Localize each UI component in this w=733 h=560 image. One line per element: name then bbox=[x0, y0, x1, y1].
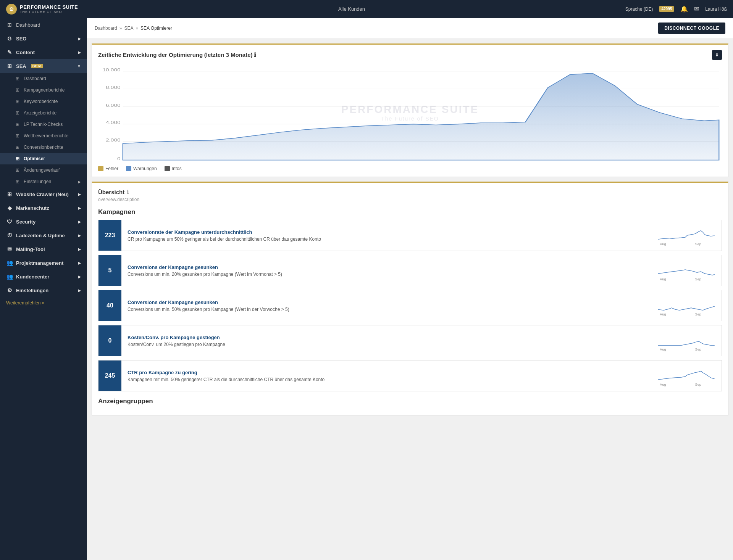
sidebar-recommend[interactable]: Weiterempfehlen » bbox=[0, 297, 87, 309]
campaign-chart-0: Aug Sep bbox=[653, 220, 722, 251]
sidebar-sub-conversionberichte[interactable]: ⊞ Conversionberichte bbox=[0, 142, 87, 153]
sidebar-label-content: Content bbox=[16, 50, 35, 55]
website-crawler-chevron: ▶ bbox=[78, 192, 81, 196]
sidebar-item-sea[interactable]: ⊞ SEA BETA ▼ bbox=[0, 59, 87, 73]
sidebar-sub-sea-einstellungen[interactable]: ⊞ Einstellungen ▶ bbox=[0, 176, 87, 187]
sidebar-item-mailing[interactable]: ✉ Mailing-Tool ▶ bbox=[0, 242, 87, 256]
campaign-card-3[interactable]: 0 Kosten/Conv. pro Kampagne gestiegen Ko… bbox=[98, 325, 722, 356]
campaign-desc-2: Conversions um min. 50% gesunken pro Kam… bbox=[128, 307, 647, 312]
sidebar-label-aenderungsverlauf: Änderungsverlauf bbox=[24, 167, 60, 173]
markenschutz-icon: ◆ bbox=[6, 205, 13, 211]
legend-infos-box bbox=[165, 166, 170, 171]
chart-info-icon[interactable]: ℹ bbox=[254, 51, 256, 58]
overview-description: overview.description bbox=[98, 197, 722, 202]
sidebar-item-security[interactable]: 🛡 Security ▶ bbox=[0, 215, 87, 229]
svg-text:Sep: Sep bbox=[695, 383, 701, 386]
ladezeiten-chevron: ▶ bbox=[78, 233, 81, 238]
svg-text:6.000: 6.000 bbox=[106, 103, 121, 108]
campaign-card-4[interactable]: 245 CTR pro Kampagne zu gering Kampagnen… bbox=[98, 360, 722, 391]
legend-infos: Infos bbox=[165, 166, 182, 171]
chart-subtitle: (letzten 3 Monate) bbox=[204, 51, 253, 58]
sidebar-item-ladezeiten[interactable]: ⏱ Ladezeiten & Uptime ▶ bbox=[0, 229, 87, 242]
breadcrumb-sea[interactable]: SEA bbox=[124, 26, 133, 31]
breadcrumb: Dashboard » SEA » SEA Optimierer bbox=[95, 26, 172, 31]
language-selector[interactable]: Sprache (DE) bbox=[625, 6, 653, 12]
content-icon: ✎ bbox=[6, 49, 13, 55]
lp-technik-icon: ⊞ bbox=[15, 122, 21, 127]
chart-svg: 0 2.000 4.000 6.000 8.000 10.000 bbox=[98, 63, 722, 162]
sidebar-label-mailing: Mailing-Tool bbox=[16, 246, 45, 252]
campaign-title-2: Conversions der Kampagne gesunken bbox=[128, 299, 647, 305]
logo-text-block: PerforMance Suite The Future of SEO bbox=[20, 4, 78, 14]
sidebar-sub-optimiser[interactable]: ⊞ Optimiser bbox=[0, 153, 87, 164]
sea-einstellungen-icon: ⊞ bbox=[15, 179, 21, 184]
svg-text:Aug: Aug bbox=[660, 348, 666, 351]
sidebar-sub-sea-dashboard[interactable]: ⊞ Dashboard bbox=[0, 73, 87, 84]
campaign-desc-0: CR pro Kampagne um 50% geringer als bei … bbox=[128, 237, 647, 242]
top-nav-right: Sprache (DE) 42095 🔔 ✉ Laura Höß bbox=[625, 5, 727, 13]
overview-header: Übersicht ℹ bbox=[98, 189, 722, 195]
overview-info-icon[interactable]: ℹ bbox=[127, 189, 129, 195]
legend-fehler-label: Fehler bbox=[105, 166, 118, 171]
security-chevron: ▶ bbox=[78, 220, 81, 224]
campaign-chart-2: Aug Sep bbox=[653, 290, 722, 321]
svg-text:8.000: 8.000 bbox=[106, 85, 121, 90]
einstellungen-icon: ⚙ bbox=[6, 287, 13, 293]
sidebar-sub-aenderungsverlauf[interactable]: ⊞ Änderungsverlauf bbox=[0, 164, 87, 176]
app-tagline: The Future of SEO bbox=[20, 10, 78, 14]
sidebar-label-kampagnenberichte: Kampagnenberichte bbox=[24, 87, 65, 93]
dashboard-icon: ⊞ bbox=[6, 22, 13, 28]
app-body: ⊞ Dashboard G SEO ▶ ✎ Content ▶ ⊞ SEA BE… bbox=[0, 18, 733, 560]
sidebar-sub-keywordberichte[interactable]: ⊞ Keywordberichte bbox=[0, 96, 87, 107]
keywordberichte-icon: ⊞ bbox=[15, 99, 21, 104]
sidebar-label-sea-dashboard: Dashboard bbox=[24, 76, 46, 81]
campaign-chart-4: Aug Sep bbox=[653, 360, 722, 391]
sidebar-item-einstellungen[interactable]: ⚙ Einstellungen ▶ bbox=[0, 283, 87, 297]
sidebar-label-security: Security bbox=[16, 219, 36, 225]
projektmanagement-chevron: ▶ bbox=[78, 261, 81, 265]
sidebar-sub-lp-technik[interactable]: ⊞ LP Technik-Checks bbox=[0, 119, 87, 130]
sidebar-item-kundencenter[interactable]: 👥 Kundencenter ▶ bbox=[0, 270, 87, 283]
campaign-card-1[interactable]: 5 Conversions der Kampagne gesunken Conv… bbox=[98, 255, 722, 286]
chart-title: Zeitliche Entwicklung der Optimierung bbox=[98, 51, 203, 58]
sidebar-sub-wettbewerber[interactable]: ⊞ Wettbewerberberichte bbox=[0, 130, 87, 142]
messages-icon[interactable]: ✉ bbox=[694, 5, 699, 13]
svg-text:0: 0 bbox=[117, 156, 121, 161]
campaign-card-0[interactable]: 223 Conversionrate der Kampagne unterdur… bbox=[98, 220, 722, 251]
seo-icon: G bbox=[6, 35, 13, 42]
username[interactable]: Laura Höß bbox=[705, 6, 727, 12]
sidebar-label-website-crawler: Website Crawler (Neu) bbox=[16, 191, 69, 197]
campaign-content-4: CTR pro Kampagne zu gering Kampagnen mit… bbox=[121, 365, 653, 387]
sidebar-label-wettbewerber: Wettbewerberberichte bbox=[24, 133, 68, 138]
campaign-chart-1: Aug Sep bbox=[653, 255, 722, 286]
sidebar-sub-anzeigeberichte[interactable]: ⊞ Anzeigeberichte bbox=[0, 107, 87, 119]
campaign-content-1: Conversions der Kampagne gesunken Conver… bbox=[121, 260, 653, 282]
mailing-icon: ✉ bbox=[6, 246, 13, 252]
sidebar-item-markenschutz[interactable]: ◆ Markenschutz ▶ bbox=[0, 201, 87, 215]
chart-download-button[interactable]: ⬇ bbox=[712, 50, 722, 60]
sidebar-sub-kampagnenberichte[interactable]: ⊞ Kampagnenberichte bbox=[0, 84, 87, 96]
sidebar-item-website-crawler[interactable]: ⊞ Website Crawler (Neu) ▶ bbox=[0, 187, 87, 201]
campaign-desc-4: Kampagnen mit min. 50% geringerer CTR al… bbox=[128, 377, 647, 382]
sidebar-item-dashboard[interactable]: ⊞ Dashboard bbox=[0, 18, 87, 32]
ladezeiten-icon: ⏱ bbox=[6, 232, 13, 238]
sidebar-item-content[interactable]: ✎ Content ▶ bbox=[0, 45, 87, 59]
optimiser-icon: ⊞ bbox=[15, 156, 21, 161]
chart-area: PerforMance Suite The Future of SEO 0 2.… bbox=[92, 63, 728, 162]
sidebar-item-seo[interactable]: G SEO ▶ bbox=[0, 32, 87, 45]
campaign-card-2[interactable]: 40 Conversions der Kampagne gesunken Con… bbox=[98, 290, 722, 321]
mini-chart-2: Aug Sep bbox=[656, 293, 718, 318]
main-content: Dashboard » SEA » SEA Optimierer DISCONN… bbox=[87, 18, 733, 560]
notification-badge[interactable]: 42095 bbox=[659, 6, 674, 12]
overview-title: Übersicht bbox=[98, 189, 124, 195]
notifications-icon[interactable]: 🔔 bbox=[680, 5, 688, 13]
chart-title-block: Zeitliche Entwicklung der Optimierung (l… bbox=[98, 51, 256, 58]
alle-kunden[interactable]: Alle Kunden bbox=[338, 6, 365, 12]
sidebar-item-projektmanagement[interactable]: 👥 Projektmanagement ▶ bbox=[0, 256, 87, 270]
breadcrumb-dashboard[interactable]: Dashboard bbox=[95, 26, 117, 31]
mini-chart-0: Aug Sep bbox=[656, 223, 718, 248]
campaign-badge-2: 40 bbox=[98, 290, 121, 321]
sidebar-label-lp-technik: LP Technik-Checks bbox=[24, 122, 63, 127]
wettbewerber-icon: ⊞ bbox=[15, 133, 21, 138]
disconnect-google-button[interactable]: DISCONNECT GOOGLE bbox=[658, 23, 725, 34]
